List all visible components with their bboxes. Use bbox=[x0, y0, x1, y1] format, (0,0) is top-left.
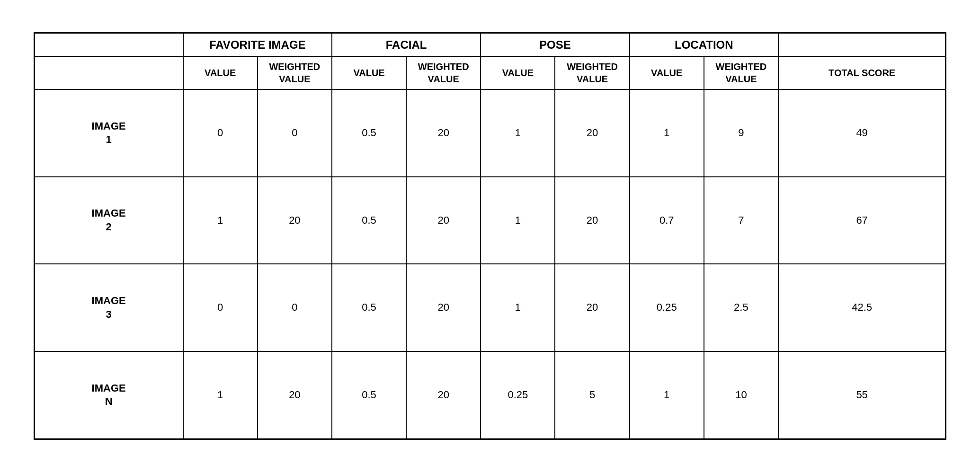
row-2-loc-value: 0.25 bbox=[630, 264, 704, 351]
row-1-loc-weighted: 7 bbox=[704, 177, 778, 264]
row-2-fav-weighted: 0 bbox=[258, 264, 332, 351]
table-row: IMAGE2 1 20 0.5 20 1 20 0.7 7 67 bbox=[34, 177, 946, 264]
header-pose: POSE bbox=[481, 33, 629, 56]
row-1-total: 67 bbox=[778, 177, 946, 264]
empty-header-sub-left bbox=[34, 56, 183, 89]
table-row: IMAGE1 0 0 0.5 20 1 20 1 9 49 bbox=[34, 89, 946, 177]
row-label-3: IMAGEN bbox=[34, 351, 183, 439]
row-3-facial-value: 0.5 bbox=[332, 351, 406, 439]
loc-value-header: VALUE bbox=[630, 56, 704, 89]
row-1-pose-value: 1 bbox=[481, 177, 555, 264]
row-3-loc-value: 1 bbox=[630, 351, 704, 439]
table-row: IMAGE3 0 0 0.5 20 1 20 0.25 2.5 42.5 bbox=[34, 264, 946, 351]
table-row: IMAGEN 1 20 0.5 20 0.25 5 1 10 55 bbox=[34, 351, 946, 439]
table-wrapper: FAVORITE IMAGE FACIAL POSE LOCATION VALU… bbox=[0, 0, 980, 472]
row-label-2: IMAGE3 bbox=[34, 264, 183, 351]
facial-value-header: VALUE bbox=[332, 56, 406, 89]
row-3-pose-weighted: 5 bbox=[555, 351, 629, 439]
pose-value-header: VALUE bbox=[481, 56, 555, 89]
fav-value-header: VALUE bbox=[183, 56, 258, 89]
row-1-loc-value: 0.7 bbox=[630, 177, 704, 264]
row-2-loc-weighted: 2.5 bbox=[704, 264, 778, 351]
row-0-facial-value: 0.5 bbox=[332, 89, 406, 177]
row-1-fav-weighted: 20 bbox=[258, 177, 332, 264]
pose-weighted-header: WEIGHTED VALUE bbox=[555, 56, 629, 89]
fav-weighted-header: WEIGHTED VALUE bbox=[258, 56, 332, 89]
row-2-pose-value: 1 bbox=[481, 264, 555, 351]
empty-header-top-left bbox=[34, 33, 183, 56]
header-row-groups: FAVORITE IMAGE FACIAL POSE LOCATION bbox=[34, 33, 946, 56]
scoring-table: FAVORITE IMAGE FACIAL POSE LOCATION VALU… bbox=[34, 32, 947, 440]
row-0-pose-weighted: 20 bbox=[555, 89, 629, 177]
row-1-pose-weighted: 20 bbox=[555, 177, 629, 264]
row-3-pose-value: 0.25 bbox=[481, 351, 555, 439]
row-1-facial-value: 0.5 bbox=[332, 177, 406, 264]
row-2-fav-value: 0 bbox=[183, 264, 258, 351]
row-0-total: 49 bbox=[778, 89, 946, 177]
header-total-score bbox=[778, 33, 946, 56]
header-facial: FACIAL bbox=[332, 33, 481, 56]
row-0-fav-value: 0 bbox=[183, 89, 258, 177]
row-2-total: 42.5 bbox=[778, 264, 946, 351]
row-2-pose-weighted: 20 bbox=[555, 264, 629, 351]
header-row-subheaders: VALUE WEIGHTED VALUE VALUE WEIGHTED VALU… bbox=[34, 56, 946, 89]
row-3-facial-weighted: 20 bbox=[406, 351, 481, 439]
row-0-facial-weighted: 20 bbox=[406, 89, 481, 177]
row-2-facial-value: 0.5 bbox=[332, 264, 406, 351]
loc-weighted-header: WEIGHTED VALUE bbox=[704, 56, 778, 89]
row-label-0: IMAGE1 bbox=[34, 89, 183, 177]
row-0-pose-value: 1 bbox=[481, 89, 555, 177]
row-0-fav-weighted: 0 bbox=[258, 89, 332, 177]
row-1-facial-weighted: 20 bbox=[406, 177, 481, 264]
header-location: LOCATION bbox=[630, 33, 778, 56]
row-3-fav-weighted: 20 bbox=[258, 351, 332, 439]
row-0-loc-value: 1 bbox=[630, 89, 704, 177]
total-score-header: TOTAL SCORE bbox=[778, 56, 946, 89]
row-0-loc-weighted: 9 bbox=[704, 89, 778, 177]
row-label-1: IMAGE2 bbox=[34, 177, 183, 264]
row-3-loc-weighted: 10 bbox=[704, 351, 778, 439]
row-3-total: 55 bbox=[778, 351, 946, 439]
row-2-facial-weighted: 20 bbox=[406, 264, 481, 351]
row-1-fav-value: 1 bbox=[183, 177, 258, 264]
header-favorite-image: FAVORITE IMAGE bbox=[183, 33, 332, 56]
facial-weighted-header: WEIGHTED VALUE bbox=[406, 56, 481, 89]
row-3-fav-value: 1 bbox=[183, 351, 258, 439]
